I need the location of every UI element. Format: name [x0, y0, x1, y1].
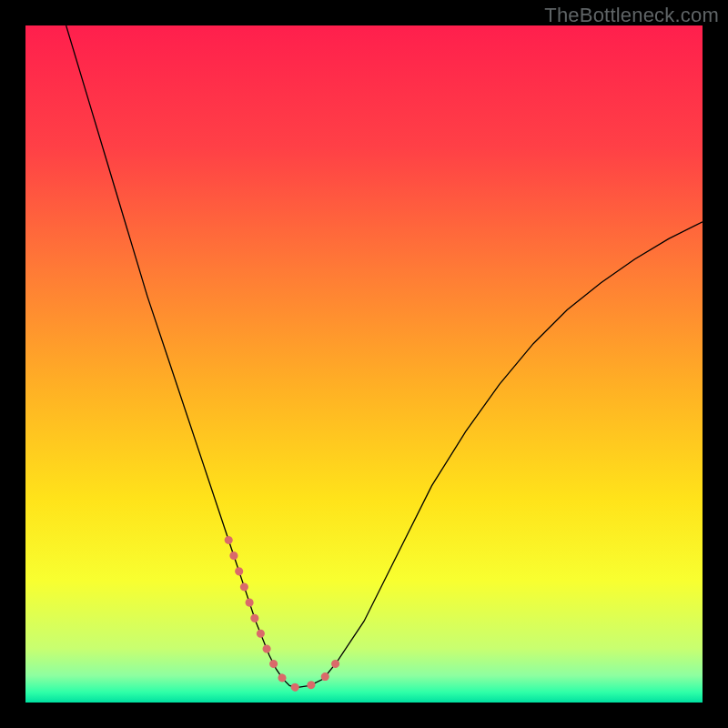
chart-svg [25, 25, 703, 703]
gradient-background [25, 25, 703, 703]
chart-container: TheBottleneck.com [0, 0, 728, 728]
plot-area [25, 25, 703, 703]
watermark-text: TheBottleneck.com [544, 4, 719, 27]
